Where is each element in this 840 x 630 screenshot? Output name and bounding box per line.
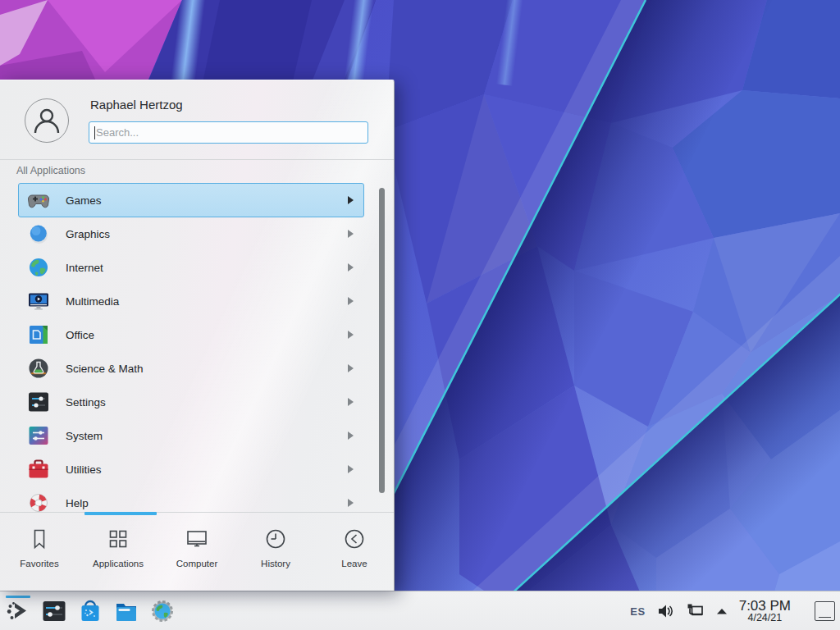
system-settings-taskbar-button[interactable] [36, 591, 72, 630]
category-list: Games Graphics Internet [0, 80, 394, 512]
tab-label: Leave [341, 559, 367, 568]
category-label: Settings [66, 396, 106, 409]
category-system[interactable]: System [18, 418, 364, 453]
file-manager-folder-icon [114, 599, 139, 623]
menu-footer-tabs: Favorites Applications Com [0, 512, 394, 591]
category-label: Multimedia [66, 295, 119, 308]
category-utilities[interactable]: Utilities [18, 452, 364, 486]
tab-label: Favorites [20, 559, 58, 568]
show-desktop-button[interactable] [815, 601, 835, 621]
category-settings[interactable]: Settings [18, 385, 364, 419]
desktop: ES 7:03 PM 4/24/21 [0, 0, 840, 630]
submenu-arrow-icon [348, 331, 354, 339]
system-tray: ES 7:03 PM 4/24/21 [630, 591, 791, 630]
sliders-icon [27, 390, 50, 413]
kde-launcher-icon [6, 599, 30, 623]
leave-circle-icon [342, 527, 367, 551]
document-icon [27, 323, 50, 346]
grid-icon [106, 527, 130, 551]
category-label: Office [66, 329, 94, 341]
flask-icon [27, 357, 50, 380]
expand-tray-caret-icon[interactable] [715, 606, 728, 616]
taskbar: ES 7:03 PM 4/24/21 [0, 591, 840, 630]
system-settings-icon [42, 599, 66, 623]
bookmark-icon [27, 527, 52, 551]
category-internet[interactable]: Internet [18, 250, 364, 285]
web-browser-taskbar-button[interactable] [144, 591, 180, 630]
discover-bag-icon [78, 599, 103, 623]
submenu-arrow-icon [348, 263, 354, 272]
wired-network-icon[interactable] [685, 601, 705, 621]
tab-history[interactable]: History [236, 513, 315, 591]
category-label: Games [66, 194, 102, 207]
list-scrollbar[interactable] [379, 188, 385, 493]
tab-applications[interactable]: Applications [79, 513, 158, 591]
tab-computer[interactable]: Computer [158, 513, 236, 591]
submenu-arrow-icon [348, 297, 354, 305]
category-graphics[interactable]: Graphics [18, 217, 364, 251]
submenu-arrow-icon [348, 499, 354, 507]
category-label: Science & Math [66, 363, 144, 375]
volume-icon[interactable] [656, 602, 674, 620]
clock-widget[interactable]: 7:03 PM 4/24/21 [739, 599, 791, 624]
file-manager-taskbar-button[interactable] [108, 591, 144, 630]
active-tab-indicator [84, 512, 157, 515]
submenu-arrow-icon [348, 364, 354, 372]
category-science-math[interactable]: Science & Math [18, 351, 364, 386]
submenu-arrow-icon [348, 230, 354, 238]
web-browser-globe-gear-icon [150, 599, 175, 623]
gamepad-icon [27, 189, 50, 212]
discover-taskbar-button[interactable] [72, 591, 108, 630]
globe-icon [27, 256, 50, 279]
app-launcher-button[interactable] [0, 591, 36, 630]
tab-label: History [261, 559, 290, 568]
category-help[interactable]: Help [18, 486, 364, 512]
system-sliders-icon [27, 424, 50, 447]
tab-favorites[interactable]: Favorites [0, 513, 79, 591]
category-multimedia[interactable]: Multimedia [18, 284, 364, 318]
submenu-arrow-icon [348, 196, 354, 204]
keyboard-layout-indicator[interactable]: ES [630, 605, 645, 618]
computer-icon [185, 527, 209, 551]
clock-time: 7:03 PM [739, 599, 791, 614]
category-label: System [66, 430, 103, 442]
submenu-arrow-icon [348, 398, 354, 406]
submenu-arrow-icon [348, 431, 354, 440]
tab-leave[interactable]: Leave [315, 513, 394, 591]
category-label: Utilities [66, 463, 102, 476]
history-clock-icon [263, 527, 288, 551]
category-label: Help [66, 497, 89, 509]
sphere-icon [27, 222, 50, 245]
category-games[interactable]: Games [18, 183, 364, 217]
tab-label: Computer [176, 559, 218, 568]
submenu-arrow-icon [348, 465, 354, 473]
tab-label: Applications [93, 559, 144, 568]
lifesaver-icon [27, 491, 50, 512]
clock-date: 4/24/21 [747, 613, 782, 623]
category-label: Graphics [66, 228, 110, 240]
toolbox-icon [27, 458, 50, 481]
category-office[interactable]: Office [18, 317, 364, 352]
application-launcher-menu: Raphael Hertzog All Applications Games [0, 80, 395, 591]
monitor-play-icon [27, 290, 50, 313]
launcher-active-indicator [6, 596, 30, 598]
category-label: Internet [66, 262, 103, 274]
